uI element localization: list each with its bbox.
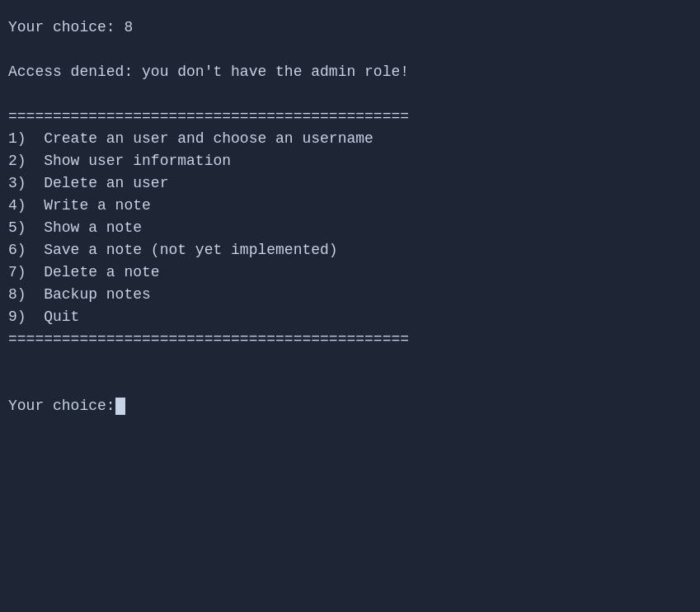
menu-item-9: 9) Quit (8, 306, 692, 328)
empty-line-1 (8, 39, 692, 61)
menu-item-8: 8) Backup notes (8, 284, 692, 306)
access-denied-line: Access denied: you don't have the admin … (8, 61, 692, 83)
menu-item-7: 7) Delete a note (8, 261, 692, 284)
separator-bottom: ========================================… (8, 328, 692, 351)
menu-item-2: 2) Show user information (8, 150, 692, 172)
empty-line-2 (8, 83, 692, 106)
empty-line-3 (8, 351, 692, 373)
menu-item-5: 5) Show a note (8, 217, 692, 239)
terminal-cursor (115, 398, 125, 415)
menu-item-6: 6) Save a note (not yet implemented) (8, 239, 692, 261)
empty-line-4 (8, 373, 692, 395)
menu-item-3: 3) Delete an user (8, 172, 692, 195)
choice-echo-line: Your choice: 8 (8, 16, 692, 39)
menu-item-1: 1) Create an user and choose an username (8, 128, 692, 150)
menu-item-4: 4) Write a note (8, 195, 692, 217)
separator-top: ========================================… (8, 106, 692, 128)
input-prompt-line: Your choice: (8, 395, 692, 417)
prompt-label: Your choice: (8, 395, 115, 417)
terminal-window: Your choice: 8 Access denied: you don't … (8, 16, 692, 417)
